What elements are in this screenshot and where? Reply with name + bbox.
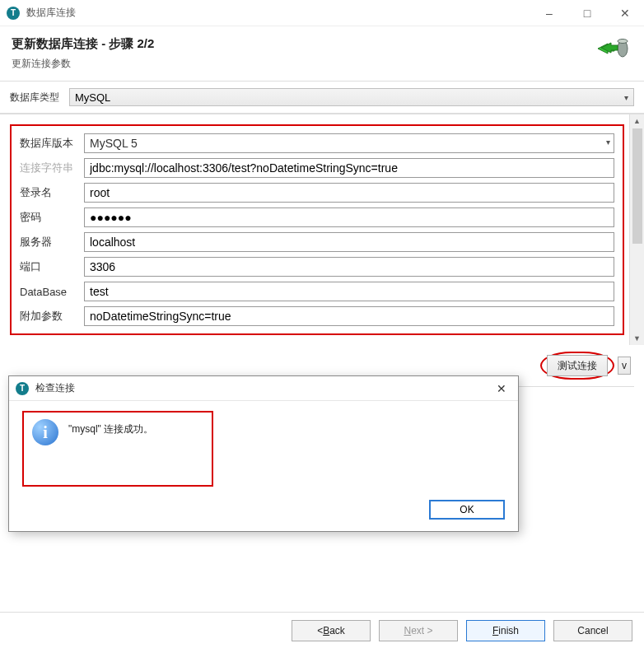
- window-title: 数据库连接: [26, 6, 76, 20]
- server-label: 服务器: [16, 230, 81, 254]
- test-highlight: 测试连接: [540, 352, 614, 380]
- db-type-row: 数据库类型 MySQL ▾: [0, 81, 644, 114]
- version-value: MySQL 5: [90, 137, 138, 150]
- svg-point-1: [618, 40, 628, 44]
- dialog-highlight: i "mysql" 连接成功。: [22, 411, 213, 487]
- chevron-down-icon: ▾: [606, 138, 610, 147]
- form-highlight: 数据库版本 MySQL 5 ▾ 连接字符串 登录名: [10, 124, 624, 335]
- cancel-button[interactable]: Cancel: [553, 620, 632, 641]
- next-button: Next >: [379, 620, 458, 641]
- db-type-select[interactable]: MySQL ▾: [69, 88, 634, 106]
- dialog-icon: T: [16, 382, 29, 395]
- window-buttons: – □ ✕: [530, 0, 644, 26]
- wizard-header-icon: [596, 36, 631, 63]
- minimize-icon[interactable]: –: [530, 0, 568, 26]
- scroll-up-icon[interactable]: ▲: [633, 117, 641, 125]
- version-label: 数据库版本: [16, 131, 81, 156]
- version-select[interactable]: MySQL 5 ▾: [84, 133, 614, 153]
- test-connection-button[interactable]: 测试连接: [547, 355, 608, 376]
- check-connection-dialog: T 检查连接 ✕ i "mysql" 连接成功。 OK: [8, 375, 519, 532]
- db-type-value: MySQL: [75, 91, 110, 104]
- connection-form: 数据库版本 MySQL 5 ▾ 连接字符串 登录名: [16, 131, 618, 329]
- dialog-message: "mysql" 连接成功。: [68, 419, 153, 436]
- password-label: 密码: [16, 205, 81, 230]
- database-input[interactable]: [84, 282, 614, 301]
- connstr-label: 连接字符串: [16, 156, 81, 180]
- server-input[interactable]: [84, 232, 614, 252]
- titlebar: T 数据库连接 – □ ✕: [0, 0, 644, 26]
- extra-input[interactable]: [84, 306, 614, 326]
- scroll-thumb[interactable]: [632, 128, 642, 244]
- db-type-label: 数据库类型: [10, 91, 66, 105]
- page-subtitle: 更新连接参数: [12, 57, 632, 71]
- app-icon: T: [7, 7, 20, 20]
- ok-button[interactable]: OK: [429, 500, 505, 520]
- scrollbar[interactable]: ▲ ▼: [629, 114, 644, 345]
- port-input[interactable]: [84, 257, 614, 277]
- maximize-icon[interactable]: □: [568, 0, 606, 26]
- chevron-down-icon: ▾: [618, 93, 633, 102]
- footer: < Back Next > Finish Cancel: [0, 612, 644, 648]
- form-area: 数据库版本 MySQL 5 ▾ 连接字符串 登录名: [0, 114, 644, 345]
- scroll-down-icon[interactable]: ▼: [633, 334, 641, 343]
- dialog-titlebar: T 检查连接 ✕: [9, 376, 518, 401]
- database-label: DataBase: [16, 279, 81, 304]
- login-label: 登录名: [16, 180, 81, 205]
- login-input[interactable]: [84, 183, 614, 203]
- dialog-title: 检查连接: [35, 381, 75, 395]
- test-dropdown-button[interactable]: v: [618, 357, 631, 375]
- back-button[interactable]: < Back: [292, 620, 371, 641]
- finish-button[interactable]: Finish: [466, 620, 545, 641]
- page-title: 更新数据库连接 - 步骤 2/2: [12, 36, 632, 52]
- port-label: 端口: [16, 254, 81, 279]
- password-input[interactable]: [84, 207, 614, 227]
- dialog-close-icon[interactable]: ✕: [485, 382, 518, 395]
- wizard-header: 更新数据库连接 - 步骤 2/2 更新连接参数: [0, 26, 644, 81]
- connstr-input[interactable]: [84, 158, 614, 178]
- extra-label: 附加参数: [16, 304, 81, 329]
- info-icon: i: [32, 419, 58, 445]
- close-icon[interactable]: ✕: [606, 0, 644, 26]
